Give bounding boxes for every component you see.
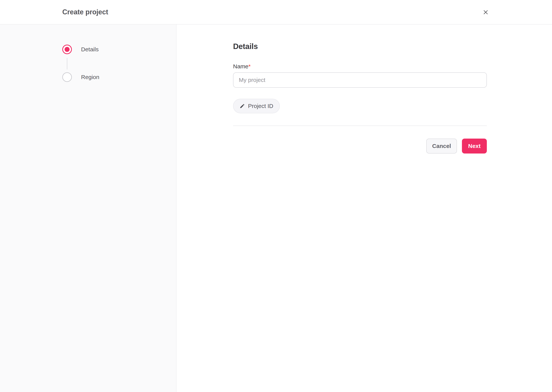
step-label-details: Details xyxy=(81,45,99,54)
step-radio-upcoming-icon xyxy=(62,72,72,82)
stepper-step-details[interactable]: Details xyxy=(62,45,99,54)
required-asterisk: * xyxy=(248,63,251,70)
name-label-text: Name xyxy=(233,63,248,70)
step-label-region: Region xyxy=(81,72,99,82)
create-project-modal: Create project Details Region xyxy=(0,0,552,392)
cancel-button[interactable]: Cancel xyxy=(426,139,457,154)
form-actions: Cancel Next xyxy=(233,139,487,154)
step-radio-dot xyxy=(65,47,70,52)
form-divider xyxy=(233,126,487,126)
modal-title: Create project xyxy=(62,8,108,16)
form-container: Details Name* Project ID Cancel xyxy=(233,25,487,154)
stepper-sidebar: Details Region xyxy=(0,25,176,392)
close-button[interactable] xyxy=(481,8,490,17)
name-field-label: Name* xyxy=(233,63,487,70)
form-heading: Details xyxy=(233,42,487,51)
project-id-button-label: Project ID xyxy=(248,103,273,109)
next-button[interactable]: Next xyxy=(462,139,487,154)
modal-header: Create project xyxy=(0,0,552,25)
stepper-step-region[interactable]: Region xyxy=(62,72,99,82)
project-name-input[interactable] xyxy=(233,72,487,88)
edit-pencil-icon xyxy=(240,103,245,109)
form-panel: Details Name* Project ID Cancel xyxy=(176,25,552,392)
close-icon xyxy=(483,9,488,15)
step-radio-current-icon xyxy=(62,45,72,54)
project-id-button[interactable]: Project ID xyxy=(233,99,280,113)
stepper-connector-line xyxy=(67,58,67,70)
modal-body: Details Region Details Name* xyxy=(0,25,552,392)
